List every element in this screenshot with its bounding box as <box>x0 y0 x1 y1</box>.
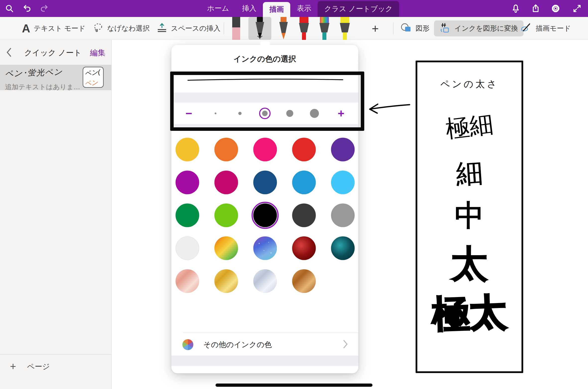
size-dot-option[interactable] <box>286 110 293 117</box>
thumbnail-ink-line: ペン <box>84 78 102 88</box>
color-wheel-icon <box>182 339 193 350</box>
color-swatch-gray[interactable] <box>331 204 355 227</box>
color-swatch-red-marble[interactable] <box>292 236 316 260</box>
color-swatch-bronze[interactable] <box>292 269 316 293</box>
tab-home[interactable]: ホーム <box>201 0 235 17</box>
chevron-right-icon <box>343 340 348 350</box>
color-swatch-blue[interactable] <box>292 171 316 194</box>
size-dot-option[interactable] <box>215 113 217 114</box>
undo-icon[interactable] <box>19 0 34 17</box>
eraser-tool[interactable] <box>228 17 244 40</box>
insert-space-label: スペースの挿入 <box>171 24 220 33</box>
draw-mode-icon <box>520 22 532 35</box>
insert-space-button[interactable]: スペースの挿入 <box>156 17 220 40</box>
thickness-sample-extra-fine: 極細 <box>416 108 523 145</box>
tab-draw[interactable]: 描画 <box>263 2 290 17</box>
chevron-down-icon[interactable] <box>257 35 263 39</box>
color-swatch-dark-blue[interactable] <box>253 171 277 194</box>
top-bar: ホーム 挿入 描画 表示 クラス ノートブック <box>0 0 588 17</box>
color-swatch-black[interactable] <box>253 204 277 227</box>
color-swatch-white[interactable] <box>176 236 199 260</box>
pen-thickness-box: ペンの太さ 極細細中太極太 <box>416 61 523 373</box>
ink-to-shape-button[interactable]: インクを図形に変換 <box>434 20 523 36</box>
settings-gear-icon[interactable] <box>548 0 563 17</box>
ribbon-tabs: ホーム 挿入 描画 表示 クラス ノートブック <box>201 0 399 17</box>
shapes-button[interactable]: 図形 <box>401 17 430 40</box>
section-band <box>171 356 358 366</box>
notifications-bell-icon[interactable] <box>508 0 523 17</box>
popup-divider <box>183 333 358 333</box>
search-icon[interactable] <box>2 0 17 17</box>
color-swatch-light-green[interactable] <box>215 204 238 227</box>
color-swatch-silver[interactable] <box>253 269 277 293</box>
annotation-arrow <box>364 99 412 117</box>
more-ink-colors-label: その他のインクの色 <box>203 340 343 350</box>
text-mode-label: テキスト モード <box>34 24 85 33</box>
thumbnail-ink-line: ペン( <box>84 68 102 78</box>
pen-tray <box>228 17 353 40</box>
color-swatch-gold-glitter[interactable] <box>215 236 238 260</box>
size-dot-option-selected[interactable] <box>262 111 268 116</box>
plus-icon: + <box>372 22 379 35</box>
add-page-button[interactable]: + ページ <box>0 358 111 375</box>
color-swatch-light-blue[interactable] <box>331 171 355 194</box>
ink-to-shape-icon <box>440 22 451 35</box>
tab-insert[interactable]: 挿入 <box>235 0 263 17</box>
redo-icon <box>37 0 52 17</box>
lasso-select-button[interactable]: なげなわ選択 <box>93 17 150 40</box>
toolbar-separator <box>393 22 393 34</box>
lasso-icon <box>93 22 104 35</box>
expand-icon[interactable] <box>570 0 585 17</box>
edit-button[interactable]: 編集 <box>90 48 105 58</box>
add-pen-button[interactable]: + <box>372 17 379 40</box>
lasso-select-label: なげなわ選択 <box>107 24 150 33</box>
ink-to-shape-label: インクを図形に変換 <box>454 24 518 33</box>
size-increase-button[interactable]: + <box>338 108 345 119</box>
color-swatch-green[interactable] <box>176 204 199 227</box>
color-swatch-red[interactable] <box>292 138 316 161</box>
section-band <box>171 92 358 103</box>
tab-view[interactable]: 表示 <box>290 0 318 17</box>
thickness-sample-extra-bold: 極太 <box>417 293 522 333</box>
size-dot-option[interactable] <box>310 109 319 118</box>
draw-mode-button[interactable]: 描画モード <box>520 17 571 40</box>
share-icon[interactable] <box>528 0 543 17</box>
more-ink-colors-row[interactable]: その他のインクの色 <box>171 337 358 352</box>
color-swatch-galaxy[interactable] <box>253 236 277 260</box>
orange-pen-tool[interactable] <box>275 17 292 40</box>
onenote-app: ホーム 挿入 描画 表示 クラス ノートブック A テキスト モード な <box>0 0 588 389</box>
yellow-highlighter-tool[interactable] <box>337 17 353 40</box>
popover-arrow <box>260 41 270 45</box>
shapes-icon <box>401 22 412 35</box>
thickness-sample-bold: 太 <box>417 245 521 282</box>
page-sidebar: クイック ノート 編集 ペン･蛍光ペン 追加テキストはありま… ペン( ペン +… <box>0 40 112 389</box>
color-swatch-gold[interactable] <box>215 269 238 293</box>
color-swatch-dark-pink[interactable] <box>215 171 238 194</box>
color-swatch-teal-smoke[interactable] <box>331 236 355 260</box>
black-pen-tool[interactable] <box>248 17 271 40</box>
plus-icon: + <box>10 361 16 373</box>
sidebar-header: クイック ノート 編集 <box>0 43 111 63</box>
add-page-label: ページ <box>27 362 50 372</box>
rainbow-pen-tool[interactable] <box>316 17 333 40</box>
tab-class-notebook[interactable]: クラス ノートブック <box>318 1 399 17</box>
text-mode-button[interactable]: A テキスト モード <box>22 17 85 40</box>
sidebar-divider <box>0 354 111 355</box>
color-swatch-yellow[interactable] <box>176 138 199 161</box>
home-indicator[interactable] <box>216 384 372 387</box>
size-decrease-button[interactable]: − <box>186 108 192 119</box>
thickness-sample-medium: 中 <box>417 201 521 230</box>
letter-a-icon: A <box>22 22 30 35</box>
color-swatch-orange[interactable] <box>215 138 238 161</box>
toolbar-separator <box>224 22 224 34</box>
red-marker-tool[interactable] <box>296 17 312 40</box>
color-swatch-dark-gray[interactable] <box>292 204 316 227</box>
back-chevron-icon[interactable] <box>6 48 16 58</box>
size-dot-option[interactable] <box>238 112 242 115</box>
draw-toolbar: A テキスト モード なげなわ選択 スペースの挿入 + 図形 <box>0 17 588 40</box>
page-list-item[interactable]: ペン･蛍光ペン 追加テキストはありま… ペン( ペン <box>0 65 112 90</box>
color-swatch-rose-gold[interactable] <box>176 269 199 293</box>
color-swatch-pink[interactable] <box>253 138 277 161</box>
color-swatch-purple[interactable] <box>331 138 355 161</box>
color-swatch-magenta[interactable] <box>176 171 199 194</box>
